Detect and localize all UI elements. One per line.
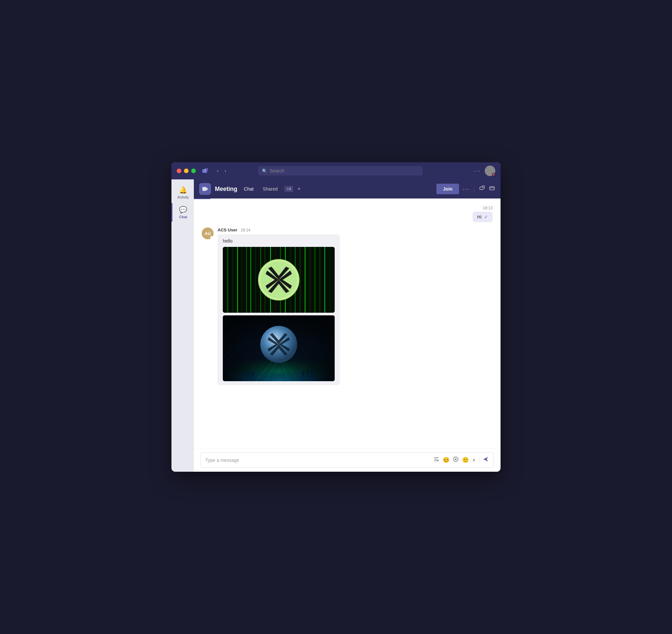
sent-message-time: 18:13 (483, 206, 493, 210)
xbox-image-2[interactable] (223, 315, 335, 381)
svg-rect-5 (490, 187, 494, 190)
traffic-lights (177, 168, 196, 173)
title-bar: T ‹ › 🔍 ··· (171, 162, 501, 180)
bell-icon: 🔔 (179, 186, 187, 194)
header-more-button[interactable]: ··· (462, 186, 469, 193)
main-layout: 🔔 Activity 💬 Chat Meeting Chat Sh (171, 180, 501, 472)
message-input[interactable] (205, 457, 430, 463)
chat-header: Meeting Chat Shared +4 + Join ··· (194, 180, 501, 198)
avatar-initials: AU (205, 231, 211, 236)
sent-message-row: 18:13 Hi ✓ (202, 206, 493, 222)
sidebar: 🔔 Activity 💬 Chat (171, 180, 194, 472)
nav-forward-button[interactable]: › (222, 167, 228, 175)
received-header: ACS User 18:14 (218, 228, 493, 232)
popout-icon[interactable] (479, 185, 485, 193)
close-button[interactable] (177, 168, 181, 173)
add-tab-button[interactable]: + (297, 186, 301, 193)
format-button[interactable] (433, 456, 439, 464)
more-tabs-button[interactable]: +4 (284, 186, 293, 192)
app-window: T ‹ › 🔍 ··· 🔔 Activity 💬 Cha (171, 162, 501, 472)
nav-arrows: ‹ › (215, 167, 229, 175)
minimize-button[interactable] (184, 168, 189, 173)
svg-rect-4 (480, 187, 483, 190)
svg-text:T: T (205, 169, 206, 171)
expand-icon[interactable] (489, 185, 495, 193)
maximize-button[interactable] (191, 168, 196, 173)
sidebar-item-activity[interactable]: 🔔 Activity (171, 183, 194, 202)
search-input[interactable] (270, 168, 418, 173)
input-area: 😊 🙂 + (194, 448, 501, 472)
chat-area[interactable]: 18:13 Hi ✓ AU ACS User (194, 199, 501, 448)
sidebar-item-label-activity: Activity (177, 195, 189, 199)
input-actions: 😊 🙂 + (433, 456, 489, 464)
sidebar-item-chat[interactable]: 💬 Chat (171, 203, 194, 221)
received-message-row: AU ACS User 18:14 hello (202, 228, 493, 385)
sticker-button[interactable]: 🙂 (462, 456, 469, 464)
sent-message-wrapper: 18:13 Hi ✓ (473, 206, 493, 222)
status-dot (492, 173, 495, 176)
svg-rect-3 (202, 187, 206, 191)
chat-icon: 💬 (179, 206, 187, 214)
sent-bubble: Hi ✓ (473, 212, 493, 222)
nav-back-button[interactable]: ‹ (215, 167, 220, 175)
teams-logo: T (201, 167, 210, 175)
received-message-text: hello (223, 238, 335, 243)
send-button[interactable] (482, 456, 489, 464)
search-bar[interactable]: 🔍 (258, 166, 423, 175)
header-divider (474, 185, 474, 193)
received-message-time: 18:14 (241, 228, 250, 232)
meeting-icon (199, 183, 211, 195)
emoji-button[interactable]: 😊 (442, 456, 450, 464)
title-bar-right: ··· (474, 166, 495, 176)
titlebar-more-button[interactable]: ··· (474, 168, 481, 174)
sent-message-text: Hi (477, 214, 481, 219)
sender-avatar: AU (202, 228, 214, 239)
header-right: Join ··· (436, 184, 495, 194)
received-content: ACS User 18:14 hello (218, 228, 493, 385)
image-grid (223, 247, 335, 381)
join-button[interactable]: Join (436, 184, 459, 194)
tab-chat[interactable]: Chat (241, 185, 256, 193)
attach-button[interactable]: + (472, 457, 476, 464)
sent-status-icon: ✓ (484, 214, 488, 219)
avatar-status (210, 236, 214, 239)
loop-button[interactable] (453, 456, 459, 464)
xbox-image-1[interactable] (223, 247, 335, 313)
user-avatar[interactable] (485, 166, 495, 176)
sender-name: ACS User (218, 228, 237, 232)
tab-shared[interactable]: Shared (260, 185, 280, 193)
input-wrapper: 😊 🙂 + (200, 452, 494, 468)
received-bubble: hello (218, 234, 340, 385)
content-area: Meeting Chat Shared +4 + Join ··· (194, 180, 501, 472)
sidebar-item-label-chat: Chat (179, 215, 187, 219)
meeting-title: Meeting (215, 186, 237, 193)
search-icon: 🔍 (262, 168, 267, 173)
